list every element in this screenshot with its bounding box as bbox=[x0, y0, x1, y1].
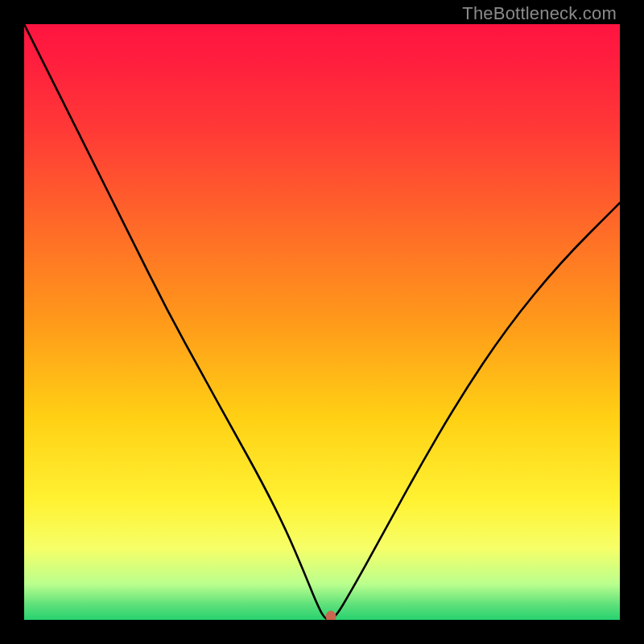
chart-frame: TheBottleneck.com bbox=[0, 0, 644, 644]
watermark-text: TheBottleneck.com bbox=[462, 3, 617, 24]
plot-area bbox=[24, 24, 620, 620]
minimum-marker bbox=[326, 611, 336, 620]
bottleneck-curve bbox=[24, 24, 620, 620]
chart-svg bbox=[24, 24, 620, 620]
